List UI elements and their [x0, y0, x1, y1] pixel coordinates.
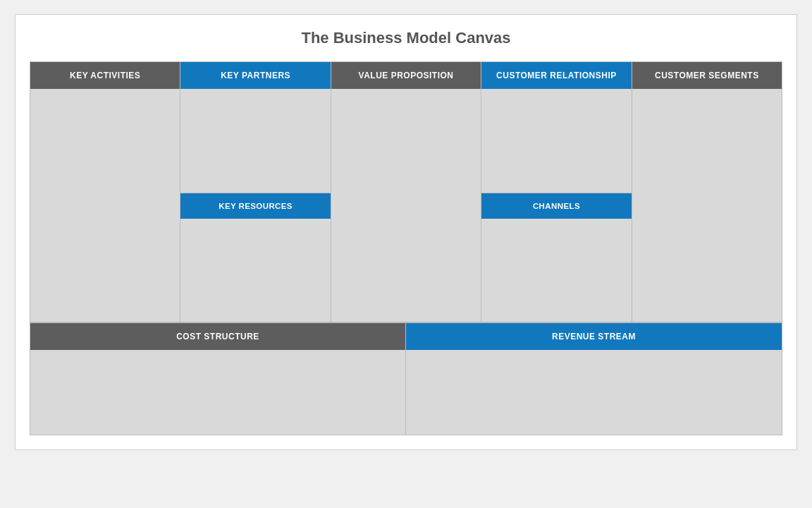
key-activities-body	[30, 89, 180, 322]
key-partners-header: KEY PARTNERS	[180, 62, 330, 89]
key-activities-header: KEY ACTIVITIES	[30, 62, 180, 89]
cust-rel-col: CUSTOMER RELATIONSHIP CHANNELS	[481, 62, 632, 322]
value-prop-body	[331, 89, 481, 322]
key-partners-body	[180, 89, 330, 193]
key-resources-header: KEY RESOURCES	[180, 193, 330, 219]
value-prop-header: VALUE PROPOSITION	[331, 62, 481, 89]
canvas-container: KEY ACTIVITIES KEY PARTNERS KEY RESOURCE…	[30, 61, 782, 435]
key-partners-col: KEY PARTNERS KEY RESOURCES	[180, 62, 331, 322]
cust-rel-header: CUSTOMER RELATIONSHIP	[481, 62, 631, 89]
cust-seg-col: CUSTOMER SEGMENTS	[632, 62, 782, 322]
cust-seg-header: CUSTOMER SEGMENTS	[632, 62, 782, 89]
cust-rel-body	[481, 89, 631, 193]
cust-seg-body	[632, 89, 782, 322]
key-resources-body	[180, 219, 330, 322]
revenue-stream-header: REVENUE STREAM	[406, 323, 782, 350]
channels-header: CHANNELS	[481, 193, 631, 219]
canvas-top: KEY ACTIVITIES KEY PARTNERS KEY RESOURCE…	[30, 62, 782, 323]
page-title: The Business Model Canvas	[30, 29, 782, 47]
page-wrapper: The Business Model Canvas KEY ACTIVITIES…	[15, 14, 797, 450]
canvas-bottom: COST STRUCTURE REVENUE STREAM	[30, 323, 782, 435]
value-prop-col: VALUE PROPOSITION	[331, 62, 481, 322]
revenue-stream-body	[406, 350, 782, 435]
cost-structure-body	[30, 350, 405, 435]
channels-body	[481, 219, 631, 322]
key-activities-col: KEY ACTIVITIES	[30, 62, 180, 322]
cost-structure-header: COST STRUCTURE	[30, 323, 405, 350]
cost-structure-col: COST STRUCTURE	[30, 323, 406, 435]
revenue-stream-col: REVENUE STREAM	[406, 323, 782, 435]
